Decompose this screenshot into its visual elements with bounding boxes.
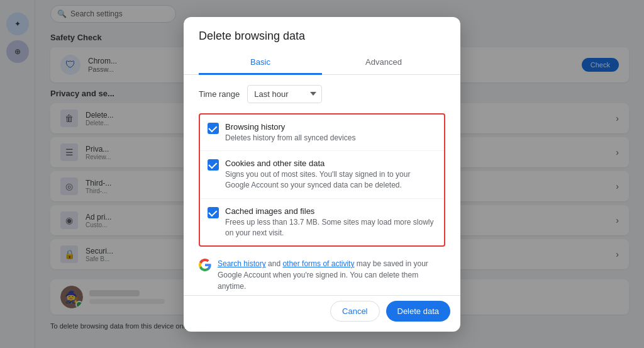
checkbox-cookies[interactable] <box>208 159 219 171</box>
dialog-footer: Cancel Delete data <box>184 295 460 332</box>
time-range-row: Time range Last hour Last 24 hours Last … <box>199 85 445 103</box>
option-desc-browsing: Deletes history from all synced devices <box>225 133 355 143</box>
option-title-cookies: Cookies and other site data <box>225 159 436 168</box>
option-text-cookies: Cookies and other site data Signs you ou… <box>225 159 436 191</box>
dialog-tabs: Basic Advanced <box>184 50 460 75</box>
option-title-cached: Cached images and files <box>225 206 436 216</box>
dialog-title: Delete browsing data <box>199 30 445 43</box>
time-range-select[interactable]: Last hour Last 24 hours Last 7 days Last… <box>247 85 322 103</box>
google-note-text: Search history and other forms of activi… <box>218 258 445 292</box>
option-cookies: Cookies and other site data Signs you ou… <box>200 151 444 199</box>
dialog-header: Delete browsing data Basic Advanced <box>184 17 460 75</box>
option-desc-cookies: Signs you out of most sites. You'll stay… <box>225 169 436 191</box>
other-activity-link[interactable]: other forms of activity <box>282 259 354 268</box>
search-history-link[interactable]: Search history <box>218 259 266 268</box>
options-box: Browsing history Deletes history from al… <box>199 113 445 247</box>
option-browsing-history: Browsing history Deletes history from al… <box>200 115 444 152</box>
option-text-cached: Cached images and files Frees up less th… <box>225 206 436 239</box>
checkbox-cached-images[interactable] <box>208 207 219 218</box>
tab-advanced[interactable]: Advanced <box>322 51 445 75</box>
time-range-label: Time range <box>199 89 240 99</box>
modal-overlay: Delete browsing data Basic Advanced Time… <box>0 0 644 348</box>
option-desc-cached: Frees up less than 13.7 MB. Some sites m… <box>225 217 436 239</box>
option-title-browsing: Browsing history <box>225 122 355 132</box>
option-text-browsing: Browsing history Deletes history from al… <box>225 122 355 143</box>
delete-browsing-data-dialog: Delete browsing data Basic Advanced Time… <box>184 17 460 332</box>
tab-basic[interactable]: Basic <box>199 51 322 75</box>
google-logo <box>199 259 211 271</box>
option-cached-images: Cached images and files Frees up less th… <box>200 199 444 246</box>
dialog-body: Time range Last hour Last 24 hours Last … <box>184 75 460 295</box>
google-note: Search history and other forms of activi… <box>199 254 445 295</box>
checkbox-browsing-history[interactable] <box>208 123 219 134</box>
cancel-button[interactable]: Cancel <box>330 301 379 322</box>
delete-data-button[interactable]: Delete data <box>386 301 451 322</box>
